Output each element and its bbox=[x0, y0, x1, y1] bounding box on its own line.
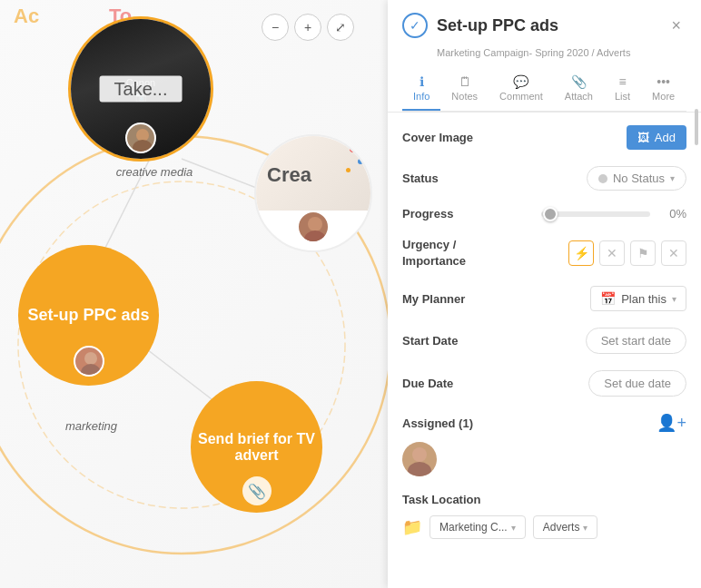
progress-label: Progress bbox=[402, 207, 511, 220]
circle-creative-media: Canon 📷 Take... bbox=[68, 16, 213, 162]
tab-notes[interactable]: 🗒 Notes bbox=[440, 67, 489, 111]
start-date-control: Set start date bbox=[586, 328, 686, 354]
location-row: 📁 Marketing C... ▾ Adverts ▾ bbox=[402, 515, 686, 539]
planner-field: My Planner 📅 Plan this ▾ bbox=[402, 286, 686, 311]
creative-media-label: creative media bbox=[86, 165, 222, 179]
svg-point-5 bbox=[136, 129, 149, 142]
adverts-dropdown[interactable]: Adverts ▾ bbox=[533, 515, 598, 539]
panel-breadcrumb: Marketing Campaign- Spring 2020 / Advert… bbox=[402, 47, 686, 58]
progress-handle[interactable] bbox=[543, 207, 558, 221]
progress-container: 0% bbox=[541, 207, 686, 220]
due-date-control: Set due date bbox=[588, 370, 686, 397]
attach-icon: 📎 bbox=[571, 74, 587, 89]
zoom-out-button[interactable]: − bbox=[262, 14, 289, 41]
circle-ppc-ads[interactable]: Set-up PPC ads bbox=[18, 245, 159, 386]
chevron-down-icon: ▾ bbox=[670, 173, 675, 183]
due-date-field: Due Date Set due date bbox=[402, 370, 686, 397]
urgency-x-icon-1[interactable]: ✕ bbox=[599, 240, 625, 266]
fullscreen-button[interactable]: ⤢ bbox=[327, 14, 354, 41]
paperclip-badge: 📎 bbox=[242, 476, 272, 505]
svg-point-10 bbox=[304, 230, 326, 243]
due-date-label: Due Date bbox=[402, 377, 511, 390]
tab-list-label: List bbox=[615, 91, 630, 102]
tab-more[interactable]: ••• More bbox=[641, 67, 686, 111]
circle-crea: Crea bbox=[254, 134, 372, 252]
cover-image-label: Cover Image bbox=[402, 131, 511, 144]
status-value: No Status bbox=[613, 172, 665, 185]
take-label: Take... bbox=[100, 76, 183, 103]
tab-bar: ℹ Info 🗒 Notes 💬 Comment 📎 Attach ≡ List… bbox=[402, 67, 686, 112]
plan-chevron-icon: ▾ bbox=[672, 294, 676, 304]
progress-control: 0% bbox=[541, 207, 686, 220]
tab-comment[interactable]: 💬 Comment bbox=[489, 67, 554, 111]
panel-scrollbar[interactable] bbox=[694, 109, 699, 588]
planner-label: My Planner bbox=[402, 292, 511, 306]
urgency-icons: ⚡ ✕ ⚑ ✕ bbox=[568, 240, 686, 266]
lightning-icon[interactable]: ⚡ bbox=[568, 240, 594, 266]
comment-icon: 💬 bbox=[513, 74, 528, 89]
list-icon: ≡ bbox=[618, 74, 626, 89]
adverts-label: Adverts bbox=[543, 521, 580, 534]
tab-info[interactable]: ℹ Info bbox=[402, 67, 440, 111]
assigned-label: Assigned (1) bbox=[402, 416, 473, 430]
dropdown-chevron-1: ▾ bbox=[511, 523, 516, 533]
progress-bar[interactable] bbox=[541, 211, 650, 217]
tab-info-label: Info bbox=[413, 91, 429, 102]
tab-attach-label: Attach bbox=[565, 91, 593, 102]
marketing-campaign-dropdown[interactable]: Marketing C... ▾ bbox=[429, 515, 526, 539]
status-control: No Status ▾ bbox=[587, 166, 686, 191]
calendar-icon: 📅 bbox=[600, 291, 616, 306]
tab-attach[interactable]: 📎 Attach bbox=[554, 67, 604, 111]
scrollbar-thumb bbox=[695, 109, 698, 145]
crea-text: Crea bbox=[267, 163, 311, 187]
panel-title: Set-up PPC ads bbox=[437, 16, 558, 35]
panel-title-row: ✓ Set-up PPC ads × bbox=[402, 13, 686, 38]
status-label: Status bbox=[402, 172, 511, 185]
top-left-text: Ac bbox=[14, 5, 39, 28]
svg-point-7 bbox=[84, 352, 97, 365]
panel-header: ✓ Set-up PPC ads × Marketing Campaign- S… bbox=[388, 0, 701, 113]
more-icon: ••• bbox=[657, 74, 670, 89]
urgency-label: Urgency /Importance bbox=[402, 237, 511, 270]
add-image-icon: 🖼 bbox=[637, 131, 649, 144]
tab-comment-label: Comment bbox=[499, 91, 543, 102]
task-location-section: Task Location 📁 Marketing C... ▾ Adverts… bbox=[402, 493, 686, 539]
add-person-icon[interactable]: 👤+ bbox=[657, 413, 686, 433]
plan-this-button[interactable]: 📅 Plan this ▾ bbox=[590, 286, 686, 311]
status-field: Status No Status ▾ bbox=[402, 166, 686, 191]
set-start-date-button[interactable]: Set start date bbox=[586, 328, 686, 354]
task-location-label: Task Location bbox=[402, 493, 686, 506]
progress-field: Progress 0% bbox=[402, 207, 686, 220]
svg-point-11 bbox=[412, 447, 427, 462]
start-date-field: Start Date Set start date bbox=[402, 328, 686, 354]
urgency-control: ⚡ ✕ ⚑ ✕ bbox=[568, 240, 686, 266]
urgency-x-icon-2[interactable]: ✕ bbox=[661, 240, 686, 266]
urgency-field: Urgency /Importance ⚡ ✕ ⚑ ✕ bbox=[402, 237, 686, 270]
zoom-in-button[interactable]: + bbox=[294, 14, 321, 41]
planner-control: 📅 Plan this ▾ bbox=[590, 286, 686, 311]
canvas-toolbar: − + ⤢ bbox=[262, 14, 354, 41]
plan-this-label: Plan this bbox=[621, 292, 666, 306]
start-date-label: Start Date bbox=[402, 334, 511, 348]
circle-tv-advert[interactable]: Send brief for TV advert 📎 bbox=[191, 381, 322, 513]
task-check-circle[interactable]: ✓ bbox=[402, 13, 428, 38]
canvas-area: Ac To − + ⤢ Canon 📷 Take... creative med… bbox=[0, 0, 390, 588]
close-button[interactable]: × bbox=[666, 15, 686, 37]
info-icon: ℹ bbox=[420, 74, 424, 89]
tab-list[interactable]: ≡ List bbox=[604, 67, 641, 111]
ppc-circle-text: Set-up PPC ads bbox=[27, 306, 149, 325]
add-cover-image-button[interactable]: 🖼 Add bbox=[627, 125, 686, 150]
assigned-header: Assigned (1) 👤+ bbox=[402, 413, 686, 433]
marketing-label: marketing bbox=[25, 419, 157, 433]
cover-image-control: 🖼 Add bbox=[627, 125, 686, 150]
marketing-campaign-label: Marketing C... bbox=[439, 521, 508, 534]
svg-point-9 bbox=[308, 217, 322, 231]
status-dropdown[interactable]: No Status ▾ bbox=[587, 166, 686, 191]
cover-image-field: Cover Image 🖼 Add bbox=[402, 125, 686, 150]
set-due-date-button[interactable]: Set due date bbox=[588, 370, 686, 397]
assigned-avatar-1 bbox=[402, 442, 437, 476]
flag-icon[interactable]: ⚑ bbox=[630, 240, 656, 266]
assigned-section: Assigned (1) 👤+ bbox=[402, 413, 686, 476]
panel-title-left: ✓ Set-up PPC ads bbox=[402, 13, 558, 38]
tab-more-label: More bbox=[652, 91, 675, 102]
